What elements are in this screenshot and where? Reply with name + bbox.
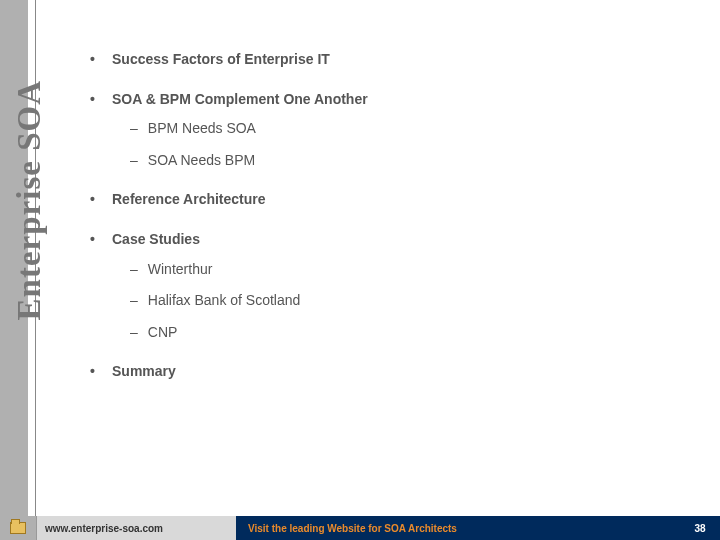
bullet-icon: • (90, 362, 100, 382)
footer-url[interactable]: www.enterprise-soa.com (36, 516, 236, 540)
footer-icon-cell (0, 516, 36, 540)
footer-tagline: Visit the leading Website for SOA Archit… (236, 516, 680, 540)
agenda-label: SOA & BPM Complement One Another (112, 90, 368, 110)
agenda-subitem: –SOA Needs BPM (130, 151, 690, 171)
agenda-item: •Case Studies –Winterthur –Halifax Bank … (90, 230, 690, 342)
dash-icon: – (130, 291, 138, 311)
agenda-subitem: –Halifax Bank of Scotland (130, 291, 690, 311)
agenda-item: •Reference Architecture (90, 190, 690, 210)
agenda-sublist: –BPM Needs SOA –SOA Needs BPM (130, 119, 690, 170)
agenda-label: Success Factors of Enterprise IT (112, 50, 330, 70)
bullet-icon: • (90, 230, 100, 250)
folder-icon (10, 522, 26, 534)
agenda-sublabel: CNP (148, 323, 178, 343)
agenda-subitem: –Winterthur (130, 260, 690, 280)
agenda-label: Case Studies (112, 230, 200, 250)
agenda-list: •Success Factors of Enterprise IT •SOA &… (90, 50, 690, 382)
dash-icon: – (130, 260, 138, 280)
sidebar-title-container: Enterprise SOA (8, 80, 48, 460)
dash-icon: – (130, 323, 138, 343)
slide: Enterprise SOA •Success Factors of Enter… (0, 0, 720, 540)
agenda-subitem: –BPM Needs SOA (130, 119, 690, 139)
dash-icon: – (130, 151, 138, 171)
agenda-content: •Success Factors of Enterprise IT •SOA &… (90, 50, 690, 402)
sidebar-title: Enterprise SOA (11, 80, 48, 320)
bullet-icon: • (90, 190, 100, 210)
bullet-icon: • (90, 90, 100, 110)
agenda-sublabel: BPM Needs SOA (148, 119, 256, 139)
agenda-item: •SOA & BPM Complement One Another –BPM N… (90, 90, 690, 171)
agenda-sublabel: Halifax Bank of Scotland (148, 291, 301, 311)
agenda-sublabel: Winterthur (148, 260, 213, 280)
footer: www.enterprise-soa.com Visit the leading… (0, 516, 720, 540)
agenda-item-highlighted: •Summary (90, 362, 690, 382)
bullet-icon: • (90, 50, 100, 70)
agenda-sublabel: SOA Needs BPM (148, 151, 255, 171)
agenda-sublist: –Winterthur –Halifax Bank of Scotland –C… (130, 260, 690, 343)
agenda-label: Reference Architecture (112, 190, 266, 210)
agenda-label: Summary (112, 362, 176, 382)
agenda-item: •Success Factors of Enterprise IT (90, 50, 690, 70)
dash-icon: – (130, 119, 138, 139)
agenda-subitem: –CNP (130, 323, 690, 343)
footer-page-number: 38 (680, 516, 720, 540)
